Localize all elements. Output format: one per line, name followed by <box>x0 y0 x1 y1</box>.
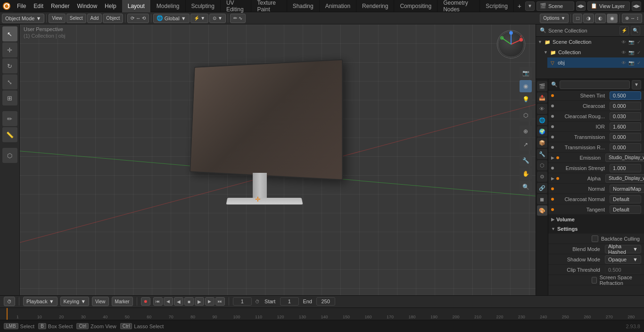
tl-stop[interactable]: ■ <box>184 297 194 306</box>
select-menu[interactable]: Select <box>66 14 86 23</box>
vp-light-btn[interactable]: 💡 <box>520 93 532 105</box>
scene-selector[interactable]: 🎬 Scene <box>537 1 574 11</box>
tool-add-cube[interactable]: ⬡ <box>2 148 17 163</box>
vp-camera-btn[interactable]: 📷 <box>520 67 532 79</box>
prop-tab-constraints[interactable]: 🔗 <box>537 183 547 193</box>
tl-prev-frame[interactable]: ◀ <box>164 297 173 306</box>
object-menu[interactable]: Object <box>103 14 123 23</box>
tl-next-frame[interactable]: ▶ <box>205 297 215 306</box>
add-menu[interactable]: Add <box>87 14 102 23</box>
menu-window[interactable]: Window <box>73 0 101 12</box>
transform-icons[interactable]: ⟳ ↔ ⟲ <box>127 14 149 23</box>
tool-scale[interactable]: ⤡ <box>2 74 17 89</box>
emission-str-value[interactable]: 1.000 <box>610 164 641 172</box>
object-mode-dropdown[interactable]: Object Mode ▼ <box>2 14 44 23</box>
vp-gizmo-btn[interactable]: ↗ <box>520 138 532 151</box>
outliner-row-scene-collection[interactable]: ▼ 📁 Scene Collection 👁 📷 ✓ <box>536 37 644 47</box>
tool-rotate[interactable]: ↻ <box>2 58 17 73</box>
outliner-row-collection[interactable]: ▼ 📁 Collection 👁 📷 ✓ <box>542 47 644 57</box>
tool-transform[interactable]: ⊞ <box>2 90 17 105</box>
tl-play[interactable]: ▶ <box>195 297 204 306</box>
vp-xray-btn[interactable]: ⬡ <box>520 109 532 121</box>
workspace-scripting[interactable]: Scripting <box>480 0 514 12</box>
backface-culling-checkbox[interactable] <box>592 235 598 242</box>
tl-marker-btn[interactable]: Marker <box>112 297 133 306</box>
frame-input-arrows[interactable]: ⏱ <box>255 297 260 306</box>
tl-record-btn[interactable]: ⏺ <box>141 297 150 306</box>
prop-tab-material[interactable]: 🎨 <box>537 205 547 216</box>
prop-tab-render[interactable]: 🎬 <box>537 81 547 91</box>
tool-move[interactable]: ✛ <box>2 42 17 57</box>
menu-help[interactable]: Help <box>101 0 120 12</box>
viewport-gizmos[interactable]: ⊕ ↔ ↕ <box>622 14 642 23</box>
workspace-sculpting[interactable]: Sculpting <box>186 0 221 12</box>
options-btn[interactable]: Options ▼ <box>540 14 569 23</box>
current-frame-input[interactable]: 1 <box>233 297 252 306</box>
playback-dropdown[interactable]: Playback ▼ <box>23 297 58 306</box>
workspace-texture-paint[interactable]: Texture Paint <box>251 0 287 12</box>
workspace-geometry-nodes[interactable]: Geometry Nodes <box>438 0 480 12</box>
obj-cam-icon[interactable]: 📷 <box>628 59 635 66</box>
timeline-mode-icon[interactable]: ⏱ <box>4 297 15 306</box>
gizmo-sphere[interactable]: X Z <box>497 30 525 58</box>
obj-check-icon[interactable]: ✓ <box>636 59 642 66</box>
prop-tab-object[interactable]: 📦 <box>537 138 547 148</box>
sheen-tint-value[interactable]: 0.500 <box>610 91 641 100</box>
prop-tab-output[interactable]: 📤 <box>537 92 547 103</box>
tl-skip-end[interactable]: ⏭ <box>215 297 225 306</box>
cc-normal-value[interactable]: Default <box>610 195 641 203</box>
prop-tab-scene[interactable]: 🌐 <box>537 115 547 125</box>
annotation-tools[interactable]: ✏ ∿ <box>230 14 246 23</box>
workspace-shading[interactable]: Shading <box>287 0 320 12</box>
emission-value[interactable]: Studio_Display_with... <box>605 154 644 162</box>
ssr-checkbox[interactable] <box>592 277 597 283</box>
workspace-animation[interactable]: Animation <box>320 0 356 12</box>
start-frame-input[interactable]: 1 <box>280 297 299 306</box>
clearcoat-rough-value[interactable]: 0.030 <box>610 112 641 121</box>
timeline-track[interactable]: 1 10 20 30 40 50 60 70 80 90 100 110 120… <box>0 308 644 320</box>
obj-eye-icon[interactable]: 👁 <box>620 59 627 66</box>
cam-icon[interactable]: 📷 <box>628 39 635 45</box>
coll-cam-icon[interactable]: 📷 <box>628 49 635 56</box>
shadow-mode-dropdown[interactable]: Opaque ▼ <box>605 255 641 264</box>
coll-check-icon[interactable]: ✓ <box>636 49 642 56</box>
menu-edit[interactable]: Edit <box>30 0 47 12</box>
workspace-add[interactable]: + <box>514 0 525 12</box>
workspace-modeling[interactable]: Modeling <box>151 0 186 12</box>
coll-eye-icon[interactable]: 👁 <box>620 49 627 56</box>
viewport-3d[interactable]: User Perspective (1) Collection | obj ✛ <box>20 24 536 295</box>
snap-controls[interactable]: ⚡ ▼ <box>190 14 209 23</box>
prop-tab-view[interactable]: 👁 <box>537 104 547 114</box>
keying-dropdown[interactable]: Keying ▼ <box>60 297 90 306</box>
end-frame-input[interactable]: 250 <box>316 297 335 306</box>
prop-search-input[interactable] <box>560 81 630 89</box>
tool-measure[interactable]: 📏 <box>2 127 17 142</box>
clearcoat-value[interactable]: 0.000 <box>610 102 641 110</box>
vp-sphere-btn[interactable]: ◉ <box>520 80 532 92</box>
tangent-value[interactable]: Default <box>610 205 641 214</box>
alpha-value[interactable]: Studio_Display_with... <box>605 174 644 183</box>
shading-material[interactable]: ◐ <box>595 14 606 23</box>
tl-play-reverse[interactable]: ◀ <box>174 297 183 306</box>
transmission-r-value[interactable]: 0.000 <box>610 143 641 152</box>
outliner-search[interactable]: 🔍 <box>631 26 640 35</box>
proportional-edit[interactable]: ⊙ ▼ <box>209 14 226 23</box>
prop-tab-particles[interactable]: ⬡ <box>537 160 547 170</box>
vp-move-btn[interactable]: ✋ <box>520 168 532 180</box>
transmission-value[interactable]: 0.000 <box>610 133 641 141</box>
workspace-rendering[interactable]: Rendering <box>356 0 394 12</box>
menu-render[interactable]: Render <box>47 0 73 12</box>
prop-tab-world[interactable]: 🌍 <box>537 126 547 137</box>
workspace-layout[interactable]: Layout <box>122 0 151 12</box>
tl-skip-start[interactable]: ⏮ <box>153 297 163 306</box>
workspace-uv[interactable]: UV Editing <box>221 0 252 12</box>
volume-section-header[interactable]: ▶ Volume <box>548 215 644 224</box>
scene-options[interactable]: ◀▶ <box>576 1 586 11</box>
vp-overlay-btn[interactable]: ⊕ <box>520 125 532 138</box>
vp-snap-btn[interactable]: 🔧 <box>520 154 532 167</box>
vp-zoom-btn[interactable]: 🔍 <box>520 181 532 193</box>
view-layer-options[interactable]: ◀▶ <box>632 1 641 11</box>
engine-selector[interactable]: ▼ <box>525 1 535 11</box>
prop-tab-data[interactable]: ◼ <box>537 194 547 204</box>
prop-tab-modifier[interactable]: 🔧 <box>537 149 547 159</box>
